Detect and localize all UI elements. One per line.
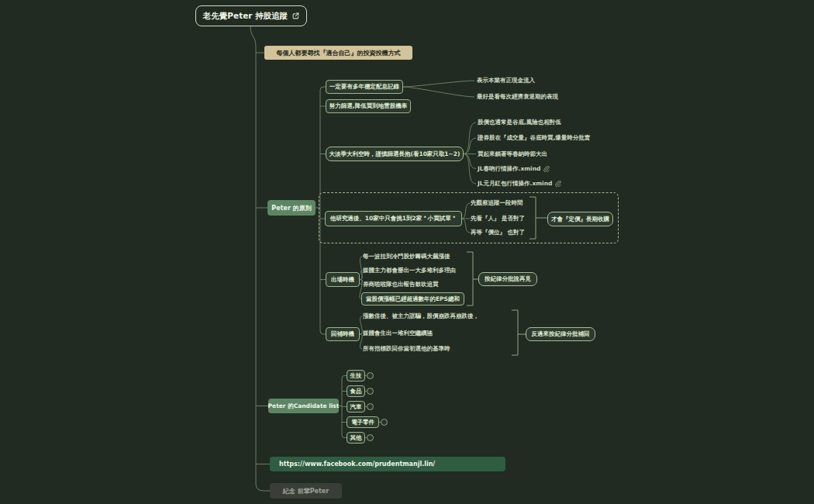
exit-child-1-label: 每一波拉到冷門股炒籌碼大飆漲後 [363,253,450,261]
trial-summary-label: 才會『定價』長期收購 [551,216,609,223]
memorial-label: 紀念 前輩Peter [283,487,329,495]
trial-child-3-label: 再等『價位』 也對了 [471,229,525,236]
off-season-child-2-label: 證券股在『成交量』谷底時買,爆量時分批賣 [478,134,590,142]
exit-child-2-label: 媒體主力都會掰出一大多堆利多理由 [363,267,456,274]
off-season-child-2[interactable]: 證券股在『成交量』谷底時買,爆量時分批賣 [478,133,590,143]
collapse-indicator-icon[interactable] [367,403,374,410]
off-season-child-3-label: 買起來鎖著等春納時節大出 [478,150,547,158]
trial-child-2-label: 先看『人』 是否對了 [471,215,525,223]
exit-label: 出場時機 [331,276,354,284]
motto-topic[interactable]: 每個人都要尋找『適合自己』的投資投機方式 [264,46,412,60]
exit-child-1[interactable]: 每一波拉到冷門股炒籌碼大飆漲後 [363,252,450,261]
candidate-item-food-label: 食品 [350,388,362,395]
candidate-item-biotech[interactable]: 生技 [347,370,365,381]
candidate-item-auto-label: 汽車 [350,403,362,411]
screening-label: 努力篩選,降低買到地雷股機率 [329,102,407,110]
dividend-topic[interactable]: 一定要有多年穩定配息記錄 [326,80,403,94]
memorial-topic[interactable]: 紀念 前輩Peter [270,483,342,499]
rebuy-summary-topic[interactable]: 反過來按紀律分批補回 [526,327,595,341]
collapse-indicator-icon[interactable] [367,434,374,441]
rebuy-label: 回補時機 [331,330,354,338]
rebuy-child-1-label: 漲數倍後、被主力誆騙，股價崩跌再崩跌後， [363,312,479,320]
candidates-topic[interactable]: Peter 的Candidate list [268,399,339,413]
candidate-item-food[interactable]: 食品 [347,385,365,397]
trial-child-1[interactable]: 先觀察追蹤一段時間 [471,198,523,208]
off-season-topic[interactable]: 大淡季大利空時，謹慎篩選長抱(看10家只取1~2) [326,147,464,161]
dividend-child-1-label: 表示本業有正現金流入 [477,77,535,85]
exit-child-4[interactable]: 當股價漲幅已經超過數年的EPS總和 [361,292,464,306]
facebook-link-label: https://www.facebook.com/prudentmanjl.li… [279,461,435,468]
attachment-topic-1[interactable]: JL春吶行情操作.xmind [478,164,550,174]
attachment-topic-2[interactable]: JL元月紅包行情操作.xmind [478,179,561,188]
collapse-indicator-icon[interactable] [367,388,374,395]
exit-child-3[interactable]: 券商啦啦隊也出報告鼓吹追買 [363,280,439,289]
principles-topic[interactable]: Peter 的原則 [267,200,316,216]
root-topic-label: 老先覺Peter 持股追蹤 [203,11,288,22]
external-link-icon[interactable] [292,12,299,19]
dividend-child-1[interactable]: 表示本業有正現金流入 [477,76,535,85]
candidates-label: Peter 的Candidate list [268,402,340,410]
off-season-child-3[interactable]: 買起來鎖著等春納時節大出 [478,150,547,159]
rebuy-child-3-label: 所有指標跌回你當初選他的基準時 [363,345,450,353]
rebuy-topic[interactable]: 回補時機 [326,327,360,341]
motto-label: 每個人都要尋找『適合自己』的投資投機方式 [277,49,401,57]
off-season-label: 大淡季大利空時，謹慎篩選長抱(看10家只取1~2) [329,150,460,158]
rebuy-child-1[interactable]: 漲數倍後、被主力誆騙，股價崩跌再崩跌後， [363,312,479,321]
candidate-item-electronics-label: 電子零件 [351,419,374,426]
candidate-item-other[interactable]: 其他 [347,432,365,444]
facebook-link-topic[interactable]: https://www.facebook.com/prudentmanjl.li… [270,457,505,471]
screening-topic[interactable]: 努力篩選,降低買到地雷股機率 [326,99,411,113]
paperclip-icon[interactable] [555,181,561,187]
trial-child-3[interactable]: 再等『價位』 也對了 [471,228,525,237]
root-topic[interactable]: 老先覺Peter 持股追蹤 [195,5,307,26]
candidate-item-electronics[interactable]: 電子零件 [347,416,379,428]
attachment-1-label: JL春吶行情操作.xmind [478,165,540,173]
dividend-label: 一定要有多年穩定配息記錄 [329,83,399,91]
rebuy-child-3[interactable]: 所有指標跌回你當初選他的基準時 [363,344,450,354]
off-season-child-1-label: 股價也通常是谷底,風險也相對低 [478,119,561,126]
dividend-child-2[interactable]: 最好是看每次經濟衰退期的表現 [477,92,558,102]
exit-child-2[interactable]: 媒體主力都會掰出一大多堆利多理由 [363,266,456,275]
trial-summary-topic[interactable]: 才會『定價』長期收購 [547,212,613,226]
attachment-2-label: JL元月紅包行情操作.xmind [478,180,552,188]
exit-summary-topic[interactable]: 按紀律分批說再見 [478,272,537,286]
rebuy-child-2-label: 媒體會生出一堆利空繼續謠 [363,330,433,337]
trial-topic[interactable]: 他研究過後、10家中只會挑1到2家＂小買試單＂ [325,211,462,226]
candidate-item-other-label: 其他 [350,434,362,442]
candidate-item-auto[interactable]: 汽車 [347,401,365,413]
dividend-child-2-label: 最好是看每次經濟衰退期的表現 [477,93,558,101]
trial-child-2[interactable]: 先看『人』 是否對了 [471,214,525,223]
principles-label: Peter 的原則 [271,204,311,212]
trial-child-1-label: 先觀察追蹤一段時間 [471,199,523,207]
rebuy-summary-label: 反過來按紀律分批補回 [532,330,590,338]
trial-label: 他研究過後、10家中只會挑1到2家＂小買試單＂ [330,215,457,223]
collapse-indicator-icon[interactable] [381,419,388,426]
exit-summary-label: 按紀律分批說再見 [485,275,531,283]
candidate-item-biotech-label: 生技 [350,372,362,380]
exit-topic[interactable]: 出場時機 [326,272,360,287]
paperclip-icon[interactable] [543,166,550,172]
exit-child-4-label: 當股價漲幅已經超過數年的EPS總和 [366,295,460,303]
mindmap-canvas: 老先覺Peter 持股追蹤 每個人都要尋找『適合自己』的投資投機方式 Peter… [0,0,814,504]
collapse-indicator-icon[interactable] [367,372,374,379]
rebuy-child-2[interactable]: 媒體會生出一堆利空繼續謠 [363,329,433,338]
exit-child-3-label: 券商啦啦隊也出報告鼓吹追買 [363,281,439,288]
off-season-child-1[interactable]: 股價也通常是谷底,風險也相對低 [478,118,561,127]
